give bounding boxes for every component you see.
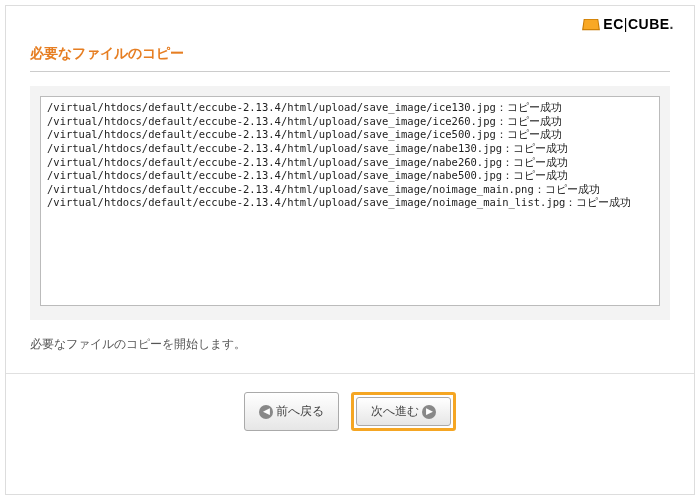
next-button[interactable]: 次へ進む ▶ <box>356 397 451 426</box>
arrow-right-icon: ▶ <box>422 405 436 419</box>
log-area <box>30 86 670 320</box>
installer-panel: EC|CUBE. 必要なファイルのコピー 必要なファイルのコピーを開始します。 … <box>5 5 695 495</box>
back-button-label: 前へ戻る <box>276 403 324 420</box>
arrow-left-icon: ◀ <box>259 405 273 419</box>
eccube-logo-icon <box>582 19 600 30</box>
back-button[interactable]: ◀ 前へ戻る <box>244 392 339 431</box>
button-row: ◀ 前へ戻る 次へ進む ▶ <box>6 374 694 449</box>
copy-log-textarea[interactable] <box>40 96 660 306</box>
logo: EC|CUBE. <box>583 16 674 32</box>
next-button-label: 次へ進む <box>371 403 419 420</box>
logo-text: EC|CUBE. <box>603 16 674 32</box>
description-text: 必要なファイルのコピーを開始します。 <box>6 320 694 373</box>
header: EC|CUBE. <box>6 6 694 37</box>
next-button-highlight: 次へ進む ▶ <box>351 392 456 431</box>
title-divider <box>30 71 670 72</box>
page-title: 必要なファイルのコピー <box>6 37 694 71</box>
